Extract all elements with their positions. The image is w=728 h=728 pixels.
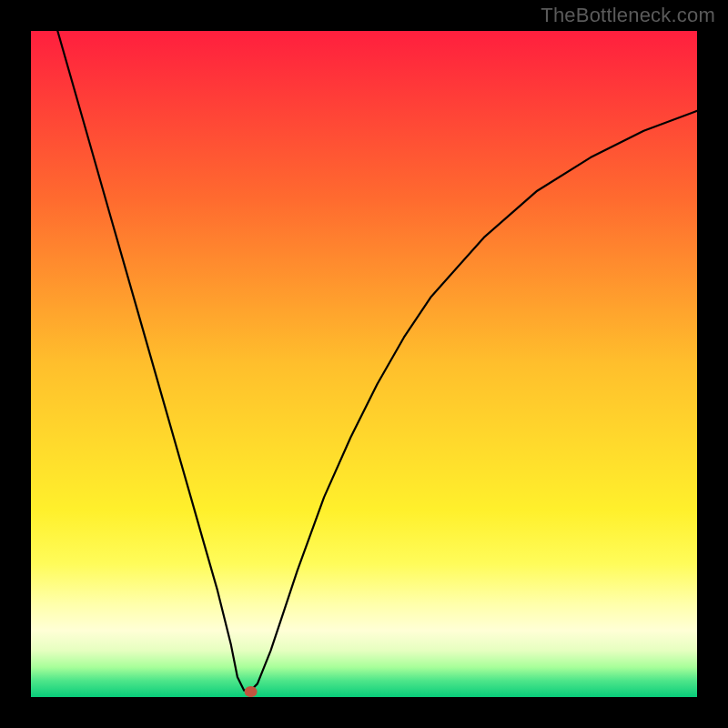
watermark-text: TheBottleneck.com (541, 4, 715, 27)
gradient-background (31, 31, 697, 697)
plot-svg (31, 31, 697, 697)
optimum-marker (245, 686, 258, 697)
chart-frame: TheBottleneck.com (0, 0, 728, 728)
plot-area (31, 31, 697, 697)
